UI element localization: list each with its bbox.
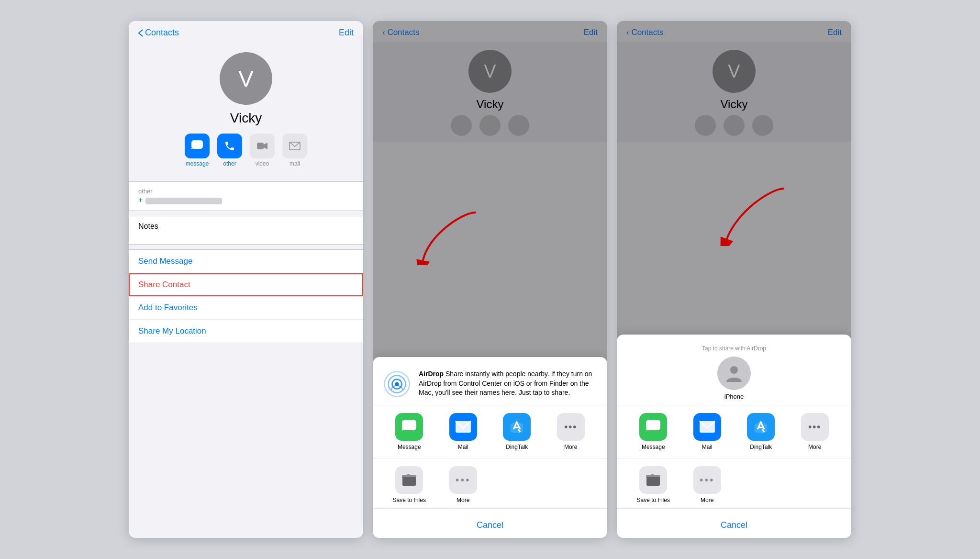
share-message-label-2: Message xyxy=(398,444,421,450)
share-mail-label-3: Mail xyxy=(702,444,713,450)
save-files-label-3: Save to Files xyxy=(637,497,670,503)
notes-section: Notes xyxy=(129,216,363,245)
contact-name-1: Vicky xyxy=(230,111,262,126)
more-action-2[interactable]: ••• More xyxy=(436,466,490,503)
device-avatar-iphone xyxy=(717,357,751,390)
share-more-label-3: More xyxy=(808,444,821,450)
phone-icon xyxy=(217,134,242,158)
svg-marker-2 xyxy=(264,143,267,149)
action-message[interactable]: message xyxy=(185,134,210,167)
nav-bar-1: Contacts Edit xyxy=(129,21,363,43)
svg-point-14 xyxy=(730,366,738,374)
more-action-3[interactable]: ••• More xyxy=(680,466,735,503)
share-more-label-2: More xyxy=(564,444,577,450)
share-mail-icon-3 xyxy=(693,413,721,441)
share-app-message-3[interactable]: Message xyxy=(626,413,680,450)
avatar-letter-1: V xyxy=(238,66,254,92)
share-dingtalk-icon xyxy=(503,413,531,441)
link-send-message[interactable]: Send Message xyxy=(129,250,363,273)
airdrop-devices-list: iPhone xyxy=(626,357,842,400)
share-mail-icon xyxy=(449,413,477,441)
link-share-location[interactable]: Share My Location xyxy=(129,320,363,343)
spacer-3 xyxy=(734,466,842,503)
action-mail[interactable]: mail xyxy=(282,134,307,167)
device-name-iphone: iPhone xyxy=(724,393,744,400)
share-dingtalk-label-3: DingTalk xyxy=(750,444,772,450)
action-buttons-1: message other xyxy=(185,134,307,167)
share-dingtalk-icon-3 xyxy=(747,413,775,441)
edit-button-1[interactable]: Edit xyxy=(339,28,354,38)
more-action-icon-2: ••• xyxy=(449,466,477,494)
more-action-label-3: More xyxy=(701,497,713,503)
share-message-icon-3 xyxy=(639,413,667,441)
cancel-button-3[interactable]: Cancel xyxy=(617,513,851,538)
panel-share-sheet: ‹ Contacts Edit V Vicky xyxy=(373,21,607,538)
back-button-1[interactable]: Contacts xyxy=(138,28,179,38)
svg-rect-18 xyxy=(646,476,660,486)
video-icon xyxy=(250,134,275,158)
action-message-label: message xyxy=(186,160,209,167)
share-dingtalk-label-2: DingTalk xyxy=(506,444,528,450)
cancel-button-2[interactable]: Cancel xyxy=(373,513,607,538)
save-files-label-2: Save to Files xyxy=(393,497,426,503)
info-section-1: other + xyxy=(129,181,363,211)
link-add-favorites[interactable]: Add to Favorites xyxy=(129,296,363,320)
more-action-icon-3: ••• xyxy=(693,466,721,494)
notes-label: Notes xyxy=(138,222,354,231)
avatar-1: V xyxy=(220,52,272,105)
share-apps-row-3: Message Mail xyxy=(617,405,851,458)
more-action-label-2: More xyxy=(457,497,469,503)
phone-prefix: + xyxy=(138,196,143,204)
save-files-icon-2 xyxy=(395,466,423,494)
airdrop-description: AirDrop Share instantly with people near… xyxy=(419,369,598,398)
airdrop-icon xyxy=(382,369,411,398)
airdrop-device-iphone[interactable]: iPhone xyxy=(717,357,751,400)
share-app-more-2[interactable]: ••• More xyxy=(544,413,598,450)
airdrop-devices-section: Tap to share with AirDrop iPhone xyxy=(617,342,851,405)
share-apps-row-2: Message Mail xyxy=(373,405,607,458)
panel-share-airdrop: ‹ Contacts Edit V Vicky Tap to shar xyxy=(617,21,851,538)
share-app-more-3[interactable]: ••• More xyxy=(788,413,842,450)
svg-rect-1 xyxy=(257,143,264,149)
airdrop-info-row: AirDrop Share instantly with people near… xyxy=(373,365,607,405)
airdrop-title: AirDrop xyxy=(419,370,444,378)
more-dots-action-2: ••• xyxy=(456,474,471,486)
save-files-2[interactable]: Save to Files xyxy=(382,466,436,503)
more-dots-action-3: ••• xyxy=(700,474,715,486)
info-row-other: other + xyxy=(129,182,363,211)
action-phone[interactable]: other xyxy=(217,134,242,167)
spacer-2 xyxy=(490,466,598,503)
action-video[interactable]: video xyxy=(250,134,275,167)
panel-contact-view: Contacts Edit V Vicky message xyxy=(129,21,363,538)
airdrop-desc-text: Share instantly with people nearby. If t… xyxy=(419,370,592,396)
back-label-1: Contacts xyxy=(145,28,179,38)
share-actions-row-2: Save to Files ••• More xyxy=(373,458,607,509)
svg-rect-12 xyxy=(402,476,416,486)
phone-placeholder xyxy=(145,198,222,204)
share-mail-label-2: Mail xyxy=(458,444,468,450)
share-more-icon-3: ••• xyxy=(801,413,829,441)
contact-header-1: V Vicky message xyxy=(129,43,363,177)
share-actions-row-3: Save to Files ••• More xyxy=(617,458,851,509)
share-app-mail-3[interactable]: Mail xyxy=(680,413,735,450)
share-app-dingtalk-3[interactable]: DingTalk xyxy=(734,413,788,450)
share-sheet-3: Tap to share with AirDrop iPhone xyxy=(617,335,851,538)
share-sheet-2: AirDrop Share instantly with people near… xyxy=(373,357,607,538)
save-files-3[interactable]: Save to Files xyxy=(626,466,680,503)
share-app-mail-2[interactable]: Mail xyxy=(436,413,490,450)
cancel-label-2: Cancel xyxy=(477,520,503,530)
mail-icon xyxy=(282,134,307,158)
action-mail-label: mail xyxy=(290,160,300,167)
airdrop-hint-label: Tap to share with AirDrop xyxy=(626,345,842,352)
share-more-icon-2: ••• xyxy=(557,413,585,441)
links-section: Send Message Share Contact Add to Favori… xyxy=(129,249,363,343)
more-dots-2: ••• xyxy=(564,422,577,433)
link-share-contact[interactable]: Share Contact xyxy=(129,273,363,296)
share-app-message-2[interactable]: Message xyxy=(382,413,436,450)
main-container: Contacts Edit V Vicky message xyxy=(0,0,980,559)
save-files-icon-3 xyxy=(639,466,667,494)
share-message-icon xyxy=(395,413,423,441)
share-app-dingtalk-2[interactable]: DingTalk xyxy=(490,413,544,450)
share-message-label-3: Message xyxy=(642,444,665,450)
cancel-label-3: Cancel xyxy=(721,520,747,530)
